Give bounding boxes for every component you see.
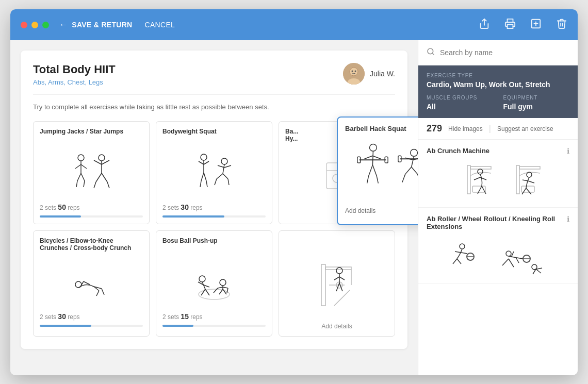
titlebar: ← SAVE & RETURN CANCEL <box>10 9 578 40</box>
exercise-stats: 2 sets 30 reps <box>162 203 266 211</box>
svg-line-121 <box>457 259 461 264</box>
add-details-button[interactable]: Add details <box>345 207 375 214</box>
svg-line-10 <box>75 164 81 169</box>
svg-line-11 <box>81 164 87 169</box>
svg-line-38 <box>215 179 217 185</box>
content-area: Total Body HIIT Abs, Arms, Chest, Legs <box>10 40 578 375</box>
close-button[interactable] <box>21 22 27 28</box>
svg-line-133 <box>536 269 541 273</box>
exercise-type-filter: EXERCISE TYPE Cardio, Warm Up, Work Out,… <box>427 73 569 89</box>
svg-line-31 <box>206 181 207 187</box>
exercise-list-content: Ab Crunch Machine ℹ <box>427 147 569 200</box>
svg-line-61 <box>405 167 412 174</box>
svg-line-78 <box>205 289 209 295</box>
exercise-list-content: Ab Roller / Wheel Rollout / Kneeling Rol… <box>427 215 569 276</box>
info-icon[interactable]: ℹ <box>567 147 569 155</box>
svg-line-67 <box>84 281 90 285</box>
workout-panel: Total Body HIIT Abs, Arms, Chest, Legs <box>10 40 418 375</box>
workout-header: Total Body HIIT Abs, Arms, Chest, Legs <box>33 63 395 95</box>
svg-line-37 <box>223 174 228 179</box>
muscle-groups-label: MUSCLE GROUPS <box>427 95 493 101</box>
add-details-button-bottom[interactable]: Add details <box>285 323 388 330</box>
muscle-groups-value: All <box>427 103 493 111</box>
search-box <box>418 40 578 65</box>
svg-point-79 <box>220 279 226 286</box>
svg-rect-109 <box>516 165 519 194</box>
svg-rect-87 <box>321 264 325 306</box>
svg-point-112 <box>527 172 532 177</box>
svg-line-12 <box>77 173 81 181</box>
svg-point-124 <box>506 251 511 256</box>
svg-rect-102 <box>470 166 491 169</box>
svg-line-116 <box>526 188 531 194</box>
info-icon[interactable]: ℹ <box>567 215 569 223</box>
svg-point-32 <box>221 158 227 164</box>
popup-actions: Add details 🤜 <box>345 205 418 217</box>
exercise-illustration <box>162 257 266 308</box>
svg-line-51 <box>372 165 377 176</box>
svg-point-7 <box>354 71 356 72</box>
svg-line-115 <box>522 188 526 194</box>
print-icon[interactable] <box>504 18 516 32</box>
exercise-card-squat[interactable]: Bodyweight Squat <box>156 121 272 224</box>
suggest-exercise-button[interactable]: Suggest an exercise <box>497 125 553 132</box>
equipment-filter: EQUIPMENT Full gym <box>503 95 570 111</box>
svg-rect-110 <box>519 166 540 169</box>
list-item[interactable]: Ab Roller / Wheel Rollout / Kneeling Rol… <box>418 208 578 283</box>
workout-tags: Abs, Arms, Chest, Legs <box>33 78 116 86</box>
svg-line-86 <box>223 289 226 294</box>
exercise-card-jumping-jacks[interactable]: Jumping Jacks / Star Jumps <box>33 121 150 224</box>
popup-illustration <box>345 138 418 199</box>
list-item[interactable]: Ab Crunch Machine ℹ <box>418 140 578 208</box>
svg-line-28 <box>201 173 204 181</box>
svg-line-62 <box>412 167 418 174</box>
exercise-card-bicycles[interactable]: Bicycles / Elbow-to-Knee Crunches / Cros… <box>33 230 150 337</box>
search-input[interactable] <box>440 48 569 57</box>
cancel-button[interactable]: CANCEL <box>145 21 175 29</box>
svg-point-72 <box>199 289 230 299</box>
arrow-left-icon: ← <box>59 20 68 29</box>
maximize-button[interactable] <box>42 22 49 28</box>
exercise-progress <box>162 215 266 218</box>
exercise-name <box>285 237 388 253</box>
traffic-lights <box>21 22 49 28</box>
svg-line-77 <box>201 289 205 295</box>
exercise-type-label: EXERCISE TYPE <box>427 73 569 78</box>
svg-line-35 <box>224 165 231 168</box>
exercise-stats: 2 sets 30 reps <box>40 312 143 321</box>
trainer-info: Julia W. <box>343 63 395 85</box>
search-icon <box>427 47 435 58</box>
svg-rect-111 <box>521 186 534 192</box>
svg-line-81 <box>218 287 223 288</box>
svg-line-45 <box>365 156 373 159</box>
filter-row-2col: MUSCLE GROUPS All EQUIPMENT Full gym <box>427 95 569 111</box>
svg-line-63 <box>402 174 405 182</box>
svg-line-26 <box>199 161 204 164</box>
svg-point-93 <box>336 268 342 274</box>
exercise-card-partial[interactable]: Ba...Hy... Barbell Hack Squat <box>279 121 395 224</box>
save-return-button[interactable]: ← SAVE & RETURN <box>59 20 133 29</box>
svg-point-43 <box>369 144 377 152</box>
svg-line-113 <box>522 180 528 181</box>
exercise-card-bosu[interactable]: Bosu Ball Push-up <box>156 230 272 337</box>
exercise-card-machine[interactable]: Add details <box>279 230 395 337</box>
svg-point-24 <box>201 154 207 160</box>
svg-line-129 <box>502 259 509 265</box>
exercise-type-value: Cardio, Warm Up, Work Out, Stretch <box>427 80 569 89</box>
svg-line-120 <box>453 259 457 264</box>
workout-description: Try to complete all exercises while taki… <box>33 103 395 111</box>
exercise-progress <box>40 325 143 327</box>
delete-icon[interactable] <box>556 18 567 32</box>
share-icon[interactable] <box>479 18 490 32</box>
trainer-name: Julia W. <box>370 70 395 78</box>
hide-images-button[interactable]: Hide images <box>448 125 483 132</box>
titlebar-actions <box>479 18 567 32</box>
svg-point-117 <box>460 244 465 249</box>
minimize-button[interactable] <box>31 22 38 28</box>
exercise-name: Bosu Ball Push-up <box>162 237 266 253</box>
exercise-progress <box>40 215 143 218</box>
save-return-label: SAVE & RETURN <box>72 21 132 29</box>
exercise-name: Bodyweight Squat <box>162 128 266 143</box>
export-icon[interactable] <box>530 18 542 32</box>
svg-line-105 <box>474 177 480 180</box>
